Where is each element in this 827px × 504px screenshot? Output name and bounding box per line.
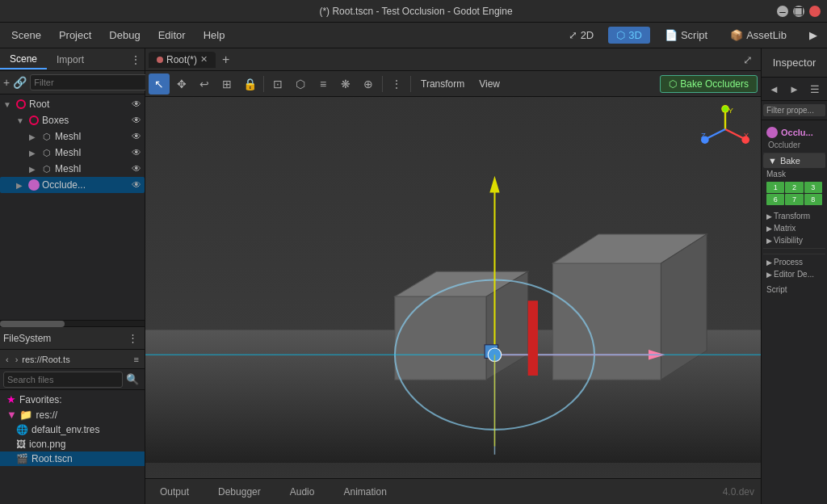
- tab-import[interactable]: Import: [47, 51, 94, 69]
- path-text: res://Root.ts: [22, 355, 129, 364]
- mode-3d-button[interactable]: ⬡ 3D: [608, 27, 650, 44]
- snap-button[interactable]: ≡: [313, 74, 334, 94]
- path-view-toggle[interactable]: ≡: [132, 354, 141, 365]
- mask-cell-7[interactable]: 7: [785, 194, 803, 205]
- inspector-filter-toggle[interactable]: ☰: [806, 80, 824, 98]
- inspector-title: Inspector: [773, 57, 816, 69]
- lock-button[interactable]: 🔒: [239, 74, 260, 94]
- inspector-history-next[interactable]: ►: [786, 80, 804, 98]
- inspector-header: Inspector: [762, 48, 827, 78]
- mode-assetlib-button[interactable]: 📦 AssetLib: [722, 27, 795, 44]
- mask-cell-3[interactable]: 3: [804, 182, 822, 193]
- view-label[interactable]: View: [472, 77, 506, 91]
- mask-cell-1[interactable]: 1: [766, 182, 784, 193]
- visibility-section-row[interactable]: ▶ Visibility: [763, 234, 825, 246]
- visibility-toggle-mesh2[interactable]: 👁: [132, 147, 141, 158]
- viewport-tab-root[interactable]: Root(*) ✕: [149, 52, 216, 68]
- mode-2d-button[interactable]: ⤢ 2D: [560, 27, 602, 44]
- play-button[interactable]: ▶: [803, 27, 824, 44]
- scene-panel-tabs: Scene Import ⋮: [0, 48, 145, 71]
- expand-arrow-mesh1: ▶: [29, 132, 39, 141]
- fs-item-default-env[interactable]: 🌐 default_env.tres: [0, 422, 145, 437]
- perspective-label[interactable]: ≡ Perspective: [152, 103, 228, 120]
- mode-script-button[interactable]: 📄 Script: [657, 27, 716, 44]
- more-options-button[interactable]: ⋮: [127, 51, 145, 69]
- transform-label[interactable]: Transform: [414, 77, 471, 91]
- tree-label-mesh1: MeshI: [55, 131, 130, 142]
- viewport-canvas[interactable]: ≡ Perspective: [145, 97, 761, 478]
- add-node-button[interactable]: +: [3, 74, 10, 91]
- fs-item-root-tscn[interactable]: 🎬 Root.tscn: [0, 452, 145, 466]
- tree-item-occluder[interactable]: ▶ Occlude... 👁: [0, 177, 145, 193]
- filesystem-search-input[interactable]: [3, 372, 123, 388]
- menu-help[interactable]: Help: [195, 26, 233, 44]
- transform-section-row[interactable]: ▶ Transform: [763, 210, 825, 222]
- tree-scrollbar[interactable]: [0, 320, 145, 326]
- mask-cell-6[interactable]: 6: [766, 194, 784, 205]
- scrollbar-thumb[interactable]: [0, 321, 65, 327]
- filter-input[interactable]: [30, 74, 149, 90]
- visibility-toggle-boxes[interactable]: 👁: [132, 115, 141, 126]
- inspector-content: Occlu... Occluder ▼ Bake Mask 1 2 3 6: [762, 120, 827, 504]
- inspector-history-prev[interactable]: ◄: [766, 80, 783, 98]
- visibility-toggle-root[interactable]: 👁: [132, 99, 141, 110]
- close-button[interactable]: [809, 6, 821, 17]
- version-label: 4.0.dev: [723, 486, 754, 498]
- editor-section-row[interactable]: ▶ Editor De...: [763, 268, 825, 280]
- tree-item-mesh2[interactable]: ▶ ⬡ MeshI 👁: [0, 145, 145, 161]
- svg-point-28: [722, 106, 728, 111]
- menu-debug[interactable]: Debug: [101, 26, 148, 44]
- filesystem-search-icon[interactable]: 🔍: [123, 372, 142, 387]
- tree-item-mesh1[interactable]: ▶ ⬡ MeshI 👁: [0, 128, 145, 145]
- link-node-button[interactable]: 🔗: [13, 74, 27, 91]
- tab-debugger[interactable]: Debugger: [210, 483, 269, 501]
- menu-editor[interactable]: Editor: [150, 26, 194, 44]
- expand-arrow-boxes: ▼: [16, 116, 26, 125]
- sun-button[interactable]: ⊕: [358, 74, 379, 94]
- grid-button[interactable]: ⊡: [267, 74, 288, 94]
- center-button[interactable]: ❋: [335, 74, 356, 94]
- tree-item-boxes[interactable]: ▼ Boxes 👁: [0, 112, 145, 128]
- menu-project[interactable]: Project: [51, 26, 99, 44]
- bake-occluders-button[interactable]: ⬡ Bake Occluders: [660, 75, 758, 93]
- mesh-view-button[interactable]: ⬡: [290, 74, 311, 94]
- fs-label-default-env: default_env.tres: [31, 424, 100, 435]
- menu-scene[interactable]: Scene: [3, 26, 49, 44]
- matrix-section-row[interactable]: ▶ Matrix: [763, 222, 825, 234]
- svg-rect-16: [485, 345, 497, 358]
- minimize-button[interactable]: –: [777, 6, 788, 17]
- select-tool-button[interactable]: ↖: [149, 74, 170, 94]
- fs-item-icon-png[interactable]: 🖼 icon.png: [0, 437, 145, 452]
- process-section-row[interactable]: ▶ Process: [763, 256, 825, 268]
- path-forward-button[interactable]: ›: [13, 354, 21, 365]
- mask-cell-2[interactable]: 2: [785, 182, 803, 193]
- bake-section-title[interactable]: ▼ Bake: [763, 153, 825, 168]
- viewport-expand-button[interactable]: ⤢: [738, 51, 758, 69]
- more-view-options[interactable]: ⋮: [386, 74, 407, 94]
- rotate-tool-button[interactable]: ↩: [194, 74, 215, 94]
- svg-line-25: [706, 129, 725, 139]
- node3d-icon-root: [15, 98, 27, 111]
- scale-tool-button[interactable]: ⊞: [216, 74, 237, 94]
- tree-item-root[interactable]: ▼ Root 👁: [0, 96, 145, 112]
- visibility-toggle-mesh1[interactable]: 👁: [132, 131, 141, 142]
- tab-close-button[interactable]: ✕: [200, 54, 208, 65]
- tab-scene[interactable]: Scene: [0, 50, 47, 69]
- visibility-toggle-occluder[interactable]: 👁: [132, 179, 141, 191]
- scene-panel: Scene Import ⋮ + 🔗 🔍 ⋮ ▼: [0, 48, 145, 326]
- mask-cell-8[interactable]: 8: [804, 194, 822, 205]
- toolbar-separator-3: [410, 76, 411, 92]
- tab-animation[interactable]: Animation: [335, 483, 394, 501]
- fs-item-res[interactable]: ▼ 📁 res://: [0, 407, 145, 422]
- visibility-toggle-mesh3[interactable]: 👁: [132, 163, 141, 174]
- filesystem-more-button[interactable]: ⋮: [124, 330, 141, 346]
- move-tool-button[interactable]: ✥: [171, 74, 192, 94]
- path-back-button[interactable]: ‹: [3, 354, 11, 365]
- node3d-icon-boxes: [27, 114, 40, 127]
- tab-audio[interactable]: Audio: [282, 483, 323, 501]
- tab-add-button[interactable]: +: [217, 52, 234, 67]
- maximize-button[interactable]: ❐: [793, 6, 804, 17]
- tab-output[interactable]: Output: [152, 483, 197, 501]
- toolbar-separator-1: [263, 76, 264, 92]
- tree-item-mesh3[interactable]: ▶ ⬡ MeshI 👁: [0, 161, 145, 177]
